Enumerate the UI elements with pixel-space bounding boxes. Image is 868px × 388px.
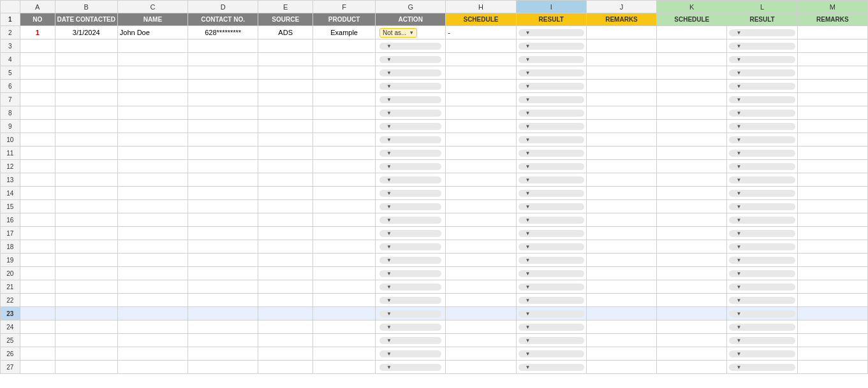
cell-action-2[interactable]: Not as... ▼: [376, 26, 446, 40]
cell-no-26[interactable]: [20, 347, 55, 361]
cell-remarks-7[interactable]: [586, 93, 656, 106]
cell-schedule2-25[interactable]: [657, 334, 727, 347]
cell-result2-7[interactable]: ▼: [727, 93, 797, 106]
cell-schedule-11[interactable]: [446, 147, 516, 160]
result-dropdown-11[interactable]: ▼: [519, 150, 584, 157]
cell-result-14[interactable]: ▼: [516, 187, 586, 200]
action-dropdown-24[interactable]: ▼: [379, 324, 441, 331]
cell-date-17[interactable]: [55, 227, 117, 240]
cell-contact-16[interactable]: [188, 213, 258, 227]
cell-product-16[interactable]: [313, 213, 376, 227]
col-letter-j[interactable]: J: [586, 1, 656, 13]
cell-name-9[interactable]: [117, 120, 188, 133]
cell-schedule-7[interactable]: [446, 93, 516, 106]
result2-dropdown-6[interactable]: ▼: [729, 83, 795, 90]
result-dropdown-26[interactable]: ▼: [519, 350, 584, 357]
cell-remarks2-19[interactable]: [797, 254, 867, 267]
cell-schedule-3[interactable]: [446, 40, 516, 53]
result2-dropdown-17[interactable]: ▼: [729, 230, 795, 237]
cell-remarks2-4[interactable]: [797, 53, 867, 66]
cell-remarks2-10[interactable]: [797, 133, 867, 147]
cell-schedule2-24[interactable]: [657, 320, 727, 334]
cell-contact-3[interactable]: [188, 40, 258, 53]
cell-no-7[interactable]: [20, 93, 55, 106]
result-dropdown-24[interactable]: ▼: [519, 324, 584, 331]
cell-product-14[interactable]: [313, 187, 376, 200]
cell-schedule-19[interactable]: [446, 254, 516, 267]
cell-source-16[interactable]: [258, 213, 313, 227]
cell-remarks-13[interactable]: [586, 173, 656, 187]
result-dropdown-2[interactable]: ▼: [519, 29, 584, 36]
cell-contact-24[interactable]: [188, 320, 258, 334]
action-dropdown-10[interactable]: ▼: [379, 136, 441, 143]
cell-contact-25[interactable]: [188, 334, 258, 347]
result2-dropdown-14[interactable]: ▼: [729, 190, 795, 197]
cell-name-10[interactable]: [117, 133, 188, 147]
cell-action-13[interactable]: ▼: [376, 173, 446, 187]
cell-schedule-10[interactable]: [446, 133, 516, 147]
cell-date-6[interactable]: [55, 80, 117, 93]
cell-product-26[interactable]: [313, 347, 376, 361]
cell-no-18[interactable]: [20, 240, 55, 254]
cell-source-4[interactable]: [258, 53, 313, 66]
result2-dropdown-24[interactable]: ▼: [729, 324, 795, 331]
cell-result2-21[interactable]: ▼: [727, 280, 797, 294]
action-dropdown-9[interactable]: ▼: [379, 123, 441, 130]
result-dropdown-14[interactable]: ▼: [519, 190, 584, 197]
cell-result-10[interactable]: ▼: [516, 133, 586, 147]
cell-result-3[interactable]: ▼: [516, 40, 586, 53]
result-dropdown-25[interactable]: ▼: [519, 337, 584, 344]
cell-schedule-9[interactable]: [446, 120, 516, 133]
cell-action-4[interactable]: ▼: [376, 53, 446, 66]
cell-source-21[interactable]: [258, 280, 313, 294]
cell-no-27[interactable]: [20, 361, 55, 374]
result2-dropdown-15[interactable]: ▼: [729, 203, 795, 210]
result-dropdown-6[interactable]: ▼: [519, 83, 584, 90]
result2-dropdown-9[interactable]: ▼: [729, 123, 795, 130]
cell-no-23[interactable]: [20, 307, 55, 320]
action-dropdown-19[interactable]: ▼: [379, 257, 441, 264]
result2-dropdown-2[interactable]: ▼: [729, 29, 795, 36]
cell-result2-12[interactable]: ▼: [727, 160, 797, 173]
cell-result2-5[interactable]: ▼: [727, 66, 797, 80]
cell-product-8[interactable]: [313, 106, 376, 120]
cell-action-21[interactable]: ▼: [376, 280, 446, 294]
cell-source-13[interactable]: [258, 173, 313, 187]
cell-date-9[interactable]: [55, 120, 117, 133]
cell-no-19[interactable]: [20, 254, 55, 267]
cell-remarks-23[interactable]: [586, 307, 656, 320]
action-dropdown-selected[interactable]: Not as... ▼: [379, 28, 417, 38]
cell-product-4[interactable]: [313, 53, 376, 66]
cell-result-21[interactable]: ▼: [516, 280, 586, 294]
cell-name-20[interactable]: [117, 267, 188, 280]
cell-remarks2-12[interactable]: [797, 160, 867, 173]
cell-name-6[interactable]: [117, 80, 188, 93]
cell-result-25[interactable]: ▼: [516, 334, 586, 347]
action-dropdown-26[interactable]: ▼: [379, 350, 441, 357]
result-dropdown-13[interactable]: ▼: [519, 176, 584, 183]
cell-source-9[interactable]: [258, 120, 313, 133]
cell-product-12[interactable]: [313, 160, 376, 173]
cell-name-14[interactable]: [117, 187, 188, 200]
cell-date-18[interactable]: [55, 240, 117, 254]
cell-schedule2-10[interactable]: [657, 133, 727, 147]
cell-remarks-11[interactable]: [586, 147, 656, 160]
cell-remarks2-23[interactable]: [797, 307, 867, 320]
cell-contact-4[interactable]: [188, 53, 258, 66]
cell-schedule2-11[interactable]: [657, 147, 727, 160]
cell-action-23[interactable]: ▼: [376, 307, 446, 320]
cell-schedule-23[interactable]: [446, 307, 516, 320]
cell-result-5[interactable]: ▼: [516, 66, 586, 80]
cell-remarks2-27[interactable]: [797, 361, 867, 374]
cell-product-22[interactable]: [313, 294, 376, 307]
cell-result2-16[interactable]: ▼: [727, 213, 797, 227]
cell-product-21[interactable]: [313, 280, 376, 294]
cell-schedule2-15[interactable]: [657, 200, 727, 213]
cell-no-17[interactable]: [20, 227, 55, 240]
cell-result-20[interactable]: ▼: [516, 267, 586, 280]
action-dropdown-6[interactable]: ▼: [379, 83, 441, 90]
action-dropdown-22[interactable]: ▼: [379, 297, 441, 304]
result-dropdown-21[interactable]: ▼: [519, 284, 584, 291]
action-dropdown-14[interactable]: ▼: [379, 190, 441, 197]
cell-remarks-17[interactable]: [586, 227, 656, 240]
